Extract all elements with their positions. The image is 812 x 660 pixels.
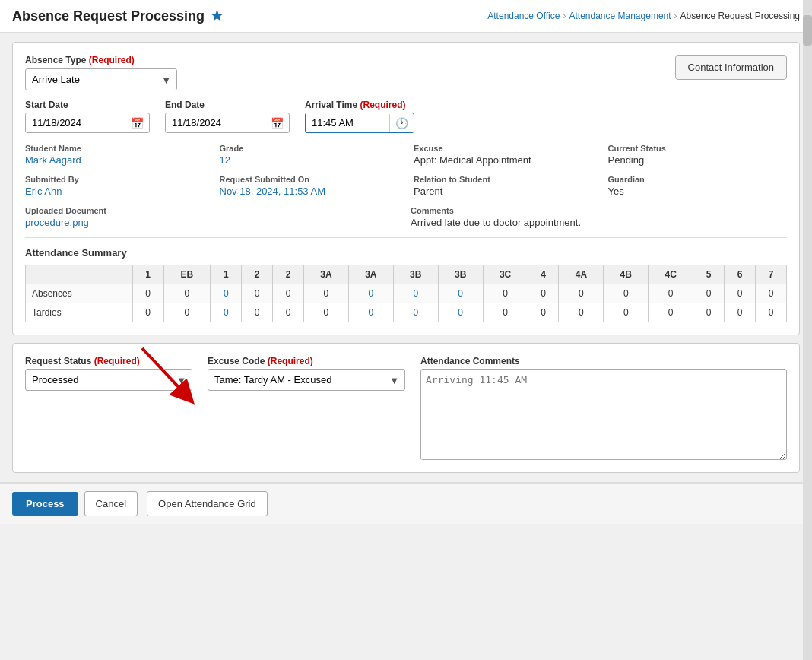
start-date-label: Start Date: [25, 100, 150, 110]
absence-type-required: (Required): [89, 55, 135, 65]
absences-val-1: 0: [132, 284, 163, 303]
summary-col-3c: 3C: [483, 265, 528, 284]
absences-row: Absences 0 0 0 0 0 0 0 0 0 0: [26, 284, 787, 303]
student-name-item: Student Name Mark Aagard: [25, 144, 205, 166]
request-submitted-on-item: Request Submitted On Nov 18, 2024, 11:53…: [220, 175, 399, 197]
top-bar: Absence Request Processing ★ Attendance …: [0, 0, 812, 33]
absences-val-2: 0: [163, 284, 211, 303]
absences-val-5: 0: [273, 284, 304, 303]
breadcrumb: Attendance Office › Attendance Managemen…: [487, 11, 800, 21]
absence-type-select[interactable]: Arrive Late Early Dismissal Full Day Abs…: [25, 68, 177, 90]
tardies-val-7: 0: [348, 303, 393, 322]
arrival-time-group: Arrival Time (Required) 🕐: [305, 100, 414, 133]
info-grid-row1: Student Name Mark Aagard Grade 12 Excuse…: [25, 144, 787, 166]
tardies-val-2: 0: [163, 303, 211, 322]
tardies-val-12: 0: [559, 303, 604, 322]
tardies-val-9: 0: [438, 303, 483, 322]
cancel-button[interactable]: Cancel: [84, 491, 138, 516]
favorite-star-icon[interactable]: ★: [211, 8, 223, 24]
guardian-label: Guardian: [608, 175, 788, 184]
relation-to-student-label: Relation to Student: [414, 175, 593, 184]
uploaded-document-label: Uploaded Document: [25, 206, 401, 215]
summary-col-1a: 1: [132, 265, 163, 284]
attendance-comments-label: Attendance Comments: [420, 356, 787, 366]
request-details-card: Absence Type (Required) Arrive Late Earl…: [12, 42, 800, 335]
summary-col-5: 5: [693, 265, 725, 284]
tardies-val-6: 0: [303, 303, 348, 322]
absences-val-16: 0: [725, 284, 756, 303]
tardies-val-11: 0: [528, 303, 559, 322]
request-submitted-on-value: Nov 18, 2024, 11:53 AM: [220, 186, 399, 197]
tardies-val-16: 0: [725, 303, 756, 322]
summary-col-4b: 4B: [604, 265, 649, 284]
comments-value: Arrived late due to doctor appointment.: [411, 217, 787, 228]
summary-col-2b: 2: [273, 265, 304, 284]
info-grid-row2: Submitted By Eric Ahn Request Submitted …: [25, 175, 787, 197]
process-button[interactable]: Process: [12, 492, 78, 516]
tardies-val-4: 0: [242, 303, 273, 322]
tardies-val-3: 0: [211, 303, 242, 322]
arrival-time-clock-icon[interactable]: 🕐: [389, 114, 414, 132]
grade-label: Grade: [220, 144, 399, 153]
excuse-code-label: Excuse Code (Required): [208, 356, 405, 366]
tardies-val-15: 0: [693, 303, 725, 322]
attendance-comments-textarea[interactable]: [420, 369, 787, 460]
current-status-label: Current Status: [608, 144, 788, 153]
excuse-code-select[interactable]: Tame: Tardy AM - Excused Tame: Tardy AM …: [208, 369, 405, 391]
attendance-summary-title: Attendance Summary: [25, 247, 787, 259]
contact-information-button[interactable]: Contact Information: [675, 55, 787, 80]
footer-bar: Process Cancel Open Attendance Grid: [0, 482, 812, 524]
summary-col-3b1: 3B: [393, 265, 438, 284]
end-date-calendar-icon[interactable]: 📅: [265, 114, 289, 132]
breadcrumb-attendance-management[interactable]: Attendance Management: [569, 11, 671, 21]
summary-col-3b2: 3B: [438, 265, 483, 284]
excuse-item: Excuse Appt: Medical Appointment: [414, 144, 593, 166]
breadcrumb-current: Absence Request Processing: [680, 11, 800, 21]
open-attendance-grid-button[interactable]: Open Attendance Grid: [147, 491, 268, 516]
absences-val-10: 0: [483, 284, 528, 303]
submitted-by-value: Eric Ahn: [25, 186, 205, 197]
breadcrumb-attendance-office[interactable]: Attendance Office: [487, 11, 560, 21]
arrival-time-input[interactable]: [306, 113, 389, 132]
submitted-by-label: Submitted By: [25, 175, 205, 184]
arrow-annotation: [135, 341, 203, 411]
comments-item: Comments Arrived late due to doctor appo…: [411, 206, 787, 228]
absences-val-13: 0: [604, 284, 649, 303]
arrival-time-label: Arrival Time (Required): [305, 100, 414, 110]
excuse-code-col: Excuse Code (Required) Tame: Tardy AM - …: [208, 356, 405, 391]
absences-val-17: 0: [755, 284, 786, 303]
tardies-val-14: 0: [649, 303, 693, 322]
start-date-input-wrapper: 📅: [25, 113, 150, 133]
start-date-input[interactable]: [26, 113, 125, 132]
excuse-label: Excuse: [414, 144, 593, 153]
relation-to-student-value: Parent: [414, 186, 593, 197]
submitted-by-item: Submitted By Eric Ahn: [25, 175, 205, 197]
main-content: Absence Type (Required) Arrive Late Earl…: [0, 33, 812, 482]
absences-label: Absences: [26, 284, 133, 303]
app-container: Absence Request Processing ★ Attendance …: [0, 0, 812, 660]
end-date-label: End Date: [165, 100, 290, 110]
card-divider: [25, 237, 787, 238]
end-date-input[interactable]: [166, 113, 265, 132]
attendance-summary-section: Attendance Summary 1 EB 1 2 2 3A: [25, 247, 787, 322]
summary-col-4: 4: [528, 265, 559, 284]
attendance-summary-table: 1 EB 1 2 2 3A 3A 3B 3B 3C 4: [25, 265, 787, 322]
scrollbar-thumb[interactable]: [803, 15, 812, 46]
current-status-item: Current Status Pending: [608, 144, 788, 166]
student-name-label: Student Name: [25, 144, 205, 153]
page-title-area: Absence Request Processing ★: [12, 8, 223, 24]
excuse-value: Appt: Medical Appointment: [414, 154, 593, 166]
relation-to-student-item: Relation to Student Parent: [414, 175, 593, 197]
start-date-calendar-icon[interactable]: 📅: [125, 114, 149, 132]
absences-val-12: 0: [559, 284, 604, 303]
absences-val-7: 0: [348, 284, 393, 303]
end-date-input-wrapper: 📅: [165, 113, 290, 133]
uploaded-document-link[interactable]: procedure.png: [25, 217, 401, 228]
attendance-comments-col: Attendance Comments: [420, 356, 787, 460]
uploaded-document-item: Uploaded Document procedure.png: [25, 206, 401, 228]
absences-val-8: 0: [393, 284, 438, 303]
absences-val-6: 0: [303, 284, 348, 303]
absences-val-11: 0: [528, 284, 559, 303]
page-title: Absence Request Processing: [12, 8, 205, 24]
scrollbar-track: [803, 0, 812, 660]
